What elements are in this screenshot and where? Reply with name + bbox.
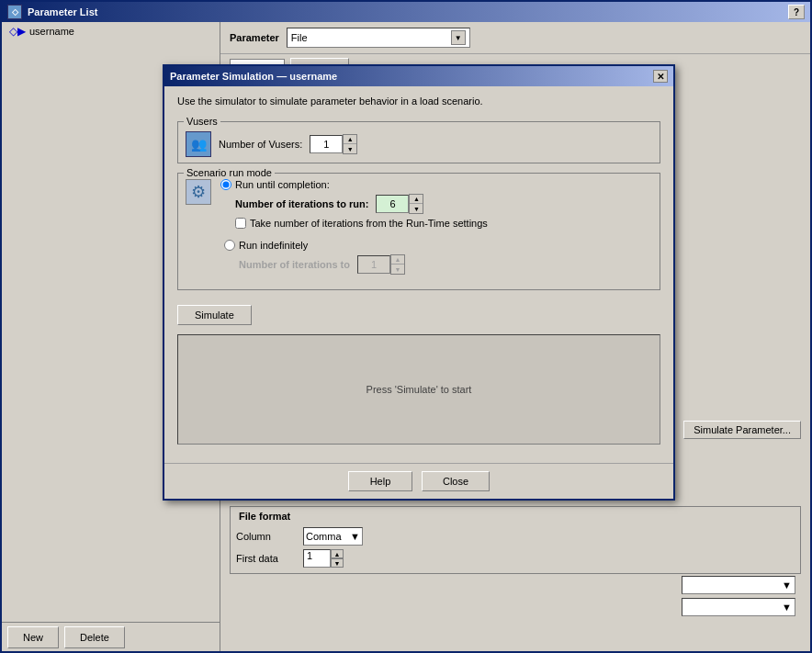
iterations-spin-arrows: ▲ ▼ [409, 194, 423, 214]
runtime-settings-row: Take number of iterations from the Run-T… [235, 218, 652, 229]
iterations-row: Number of iterations to run: ▲ ▼ [235, 194, 652, 214]
vuser-down-arrow[interactable]: ▼ [344, 144, 356, 153]
indef-spin-arrows: ▲ ▼ [390, 254, 405, 275]
run-indefinitely-label-row: Run indefinitely [224, 240, 652, 251]
run-until-icon: ⚙ [186, 179, 211, 205]
indef-iterations-spin: ▲ ▼ [357, 254, 405, 275]
runtime-settings-label: Take number of iterations from the Run-T… [250, 218, 488, 229]
iterations-input[interactable] [376, 195, 409, 213]
modal-title-bar: Parameter Simulation — username ✕ [164, 66, 673, 86]
vusers-section-title: Vusers [184, 116, 220, 127]
iterations-spin: ▲ ▼ [376, 194, 423, 214]
modal-body: Use the simulator to simulate parameter … [164, 86, 673, 463]
run-indefinitely-label: Run indefinitely [239, 240, 308, 251]
vuser-label: Number of Vusers: [219, 139, 302, 150]
vusers-row: 👥 Number of Vusers: ▲ ▼ [186, 131, 652, 157]
simulate-button[interactable]: Simulate [177, 305, 252, 325]
run-until-label: Run until completion: [235, 179, 330, 190]
vuser-spin-arrows: ▲ ▼ [343, 134, 357, 154]
vusers-section: Vusers 👥 Number of Vusers: ▲ ▼ [177, 121, 660, 163]
vuser-up-arrow[interactable]: ▲ [344, 135, 356, 144]
iterations-down-arrow[interactable]: ▼ [410, 204, 423, 213]
run-indefinitely-radio[interactable] [224, 240, 235, 251]
run-indefinitely-content: Run indefinitely Number of iterations to… [224, 240, 652, 278]
modal-footer: Help Close [164, 463, 673, 499]
indef-iterations-label: Number of iterations to [239, 259, 350, 270]
indef-up-arrow[interactable]: ▲ [391, 255, 404, 265]
scenario-run-mode-section: Scenario run mode ⚙ Run until completion… [177, 173, 660, 290]
output-area: Press 'Simulate' to start [177, 334, 660, 445]
modal-close-button[interactable]: ✕ [653, 70, 668, 83]
indef-down-arrow[interactable]: ▼ [391, 265, 404, 274]
vuser-count-input[interactable] [310, 135, 343, 153]
indef-iterations-row: Number of iterations to ▲ ▼ [239, 254, 652, 275]
run-until-radio[interactable] [220, 179, 231, 190]
indef-iterations-input[interactable] [357, 255, 390, 274]
run-indefinitely-option: Run indefinitely Number of iterations to… [186, 240, 652, 278]
modal-help-button[interactable]: Help [348, 471, 412, 491]
iterations-label: Number of iterations to run: [235, 198, 368, 209]
main-window: ◇ Parameter List ? ◇▶ username New Delet… [0, 0, 812, 653]
run-until-content: Run until completion: Number of iteratio… [220, 179, 652, 234]
modal-overlay: Parameter Simulation — username ✕ Use th… [2, 2, 812, 653]
iterations-up-arrow[interactable]: ▲ [410, 195, 423, 204]
scenario-run-mode-title: Scenario run mode [184, 167, 275, 178]
run-until-label-row: Run until completion: [220, 179, 652, 190]
modal-close-footer-button[interactable]: Close [422, 471, 490, 491]
runtime-settings-checkbox[interactable] [235, 218, 246, 229]
modal-dialog: Parameter Simulation — username ✕ Use th… [163, 64, 675, 501]
output-placeholder: Press 'Simulate' to start [367, 384, 472, 395]
vuser-icon: 👥 [186, 131, 211, 157]
modal-title: Parameter Simulation — username [170, 71, 337, 82]
vuser-spin: ▲ ▼ [310, 134, 357, 154]
modal-description: Use the simulator to simulate parameter … [177, 96, 660, 112]
run-until-completion-option: ⚙ Run until completion: Number of iterat… [186, 179, 652, 234]
